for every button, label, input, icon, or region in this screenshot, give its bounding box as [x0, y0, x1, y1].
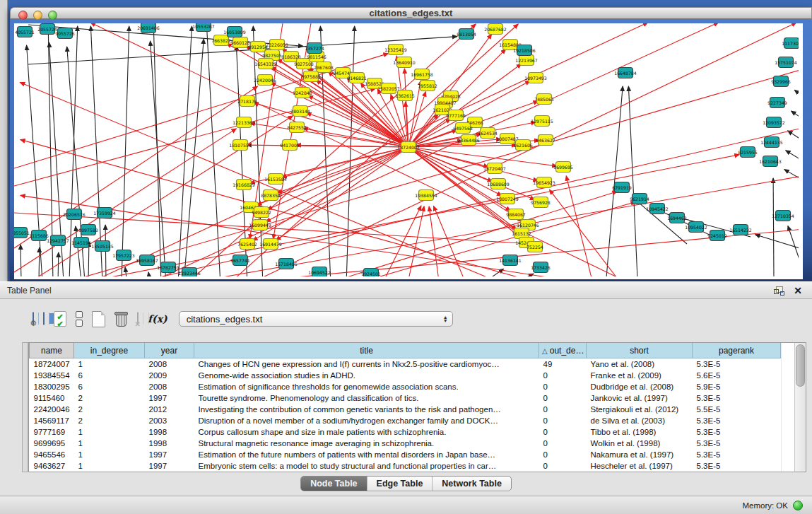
table-cell: 9777169: [30, 426, 74, 438]
table-scrollbar[interactable]: [794, 343, 806, 472]
table-cell: 5.5E-5: [693, 404, 781, 415]
table-row[interactable]: 946362711997Embryonic stem cells: a mode…: [30, 460, 781, 472]
function-builder-icon[interactable]: f(x): [148, 313, 167, 325]
table-row[interactable]: 969969511998Structural magnetic resonanc…: [30, 438, 781, 449]
close-icon[interactable]: ✕: [794, 286, 802, 295]
table-cell: 5.3E-5: [693, 460, 781, 472]
column-header-name[interactable]: name: [30, 343, 74, 358]
graph-node-label: 1362615: [395, 93, 415, 98]
table-cell: 0: [539, 415, 587, 426]
graph-node-label: 19654923: [533, 180, 555, 185]
table-cell: 1998: [145, 438, 194, 449]
graph-edge-black: [20, 245, 21, 276]
tab-network-table[interactable]: Network Table: [433, 477, 511, 491]
table-options-icon[interactable]: ⚙: [33, 313, 34, 325]
graph-node-label: 9756928: [531, 200, 551, 205]
float-panel-icon[interactable]: [774, 286, 783, 295]
column-header-title[interactable]: title: [194, 343, 539, 358]
graph-node-label: 9417005: [280, 143, 300, 148]
table-row[interactable]: 911546021997Tourette syndrome. Phenomeno…: [30, 392, 781, 404]
table-row[interactable]: 1456911722003Disruption of a novel membe…: [30, 415, 781, 426]
graph-edge-red: [57, 64, 799, 277]
graph-node-label: 10688609: [487, 182, 510, 187]
column-header-year[interactable]: year: [145, 343, 194, 358]
graph-node-label: 16120746: [517, 223, 539, 228]
table-cell: Jankovic et al. (1997): [587, 392, 693, 404]
close-window-button[interactable]: [18, 11, 28, 20]
graph-node-label: 10553287: [192, 24, 215, 29]
graph-node-label: 8427552: [287, 125, 307, 130]
table-cell: 5.3E-5: [693, 415, 781, 426]
table-cell: 9465546: [30, 449, 74, 460]
graph-node-label: 17957223: [112, 253, 135, 258]
table-row[interactable]: 2242004622012Investigating the contribut…: [30, 404, 781, 415]
table-cell: 0: [539, 370, 587, 381]
graph-node-label: 9827505: [262, 53, 282, 58]
table-cell: 0: [539, 449, 587, 460]
column-header-out-de-[interactable]: △out_de…: [539, 343, 587, 358]
graph-edge-black: [27, 45, 42, 276]
graph-node-label: 10694522: [308, 270, 331, 275]
graph-edge-black: [39, 247, 40, 276]
delete-column-icon[interactable]: [114, 311, 128, 327]
table-row[interactable]: 1872400712008Changes of HCN gene express…: [30, 358, 781, 370]
minimize-window-button[interactable]: [33, 11, 42, 20]
graph-node-label: 12213363: [233, 120, 255, 125]
citation-network-graph[interactable]: 1872400776638229660128891295423226058982…: [14, 23, 799, 276]
table-cell: 2012: [145, 404, 194, 415]
zoom-window-button[interactable]: [48, 11, 57, 20]
toggle-rows-icon[interactable]: [76, 311, 83, 327]
table-row[interactable]: 1830029562008Estimation of significance …: [30, 381, 781, 392]
new-column-icon[interactable]: [92, 311, 105, 327]
table-cell: 6: [74, 370, 145, 381]
column-header-pagerank[interactable]: pagerank: [693, 343, 781, 358]
graph-node-label: 7663822: [211, 38, 231, 43]
graph-edge-black: [792, 111, 799, 135]
table-row[interactable]: 946554611997Estimation of the future num…: [30, 449, 781, 460]
graph-node-label: 9777169: [446, 113, 466, 118]
graph-node-label: 16958167: [136, 258, 158, 263]
network-table-select[interactable]: citations_edges.txt ▲▼: [179, 311, 453, 327]
table-cell: Nakamura et al. (1997): [587, 449, 693, 460]
graph-node-label: 1615132: [512, 231, 531, 236]
graph-node-label: 10973493: [524, 76, 547, 81]
network-canvas[interactable]: 1872400776638229660128891295423226058982…: [14, 23, 803, 279]
table-cell: Wolkin et al. (1998): [587, 438, 693, 449]
graph-edge-red: [267, 147, 408, 209]
tab-node-table[interactable]: Node Table: [301, 477, 367, 491]
table-cell: 0: [539, 381, 587, 392]
table-cell: 2: [74, 404, 145, 415]
graph-edge-red: [550, 189, 624, 276]
tab-edge-table[interactable]: Edge Table: [367, 477, 433, 491]
column-header-short[interactable]: short: [587, 343, 693, 358]
graph-edge-red: [14, 88, 375, 186]
window-titlebar[interactable]: citations_edges.txt: [10, 7, 812, 19]
graph-node-label: 7357274: [305, 46, 324, 51]
show-columns-icon[interactable]: [43, 313, 45, 325]
graph-node-label: 1115686: [29, 233, 49, 238]
graph-edge-red: [276, 147, 408, 240]
table-cell: Changes of HCN gene expression and I(f) …: [194, 358, 539, 370]
graph-edge-red: [277, 147, 409, 193]
table-cell: Stergiakouli et al. (2012): [587, 404, 693, 415]
graph-edge-black: [125, 267, 127, 276]
scrollbar-thumb[interactable]: [796, 344, 805, 387]
graph-edge-black: [784, 170, 799, 194]
graph-node-label: 1621606: [513, 143, 533, 148]
select-columns-icon[interactable]: ✔✔: [54, 311, 66, 327]
graph-node-label: 4055721: [15, 30, 35, 35]
graph-node-label: 13640910: [393, 60, 416, 65]
table-row[interactable]: 1938455462009Genome-wide association stu…: [30, 370, 781, 381]
graph-node-label: 23226058: [266, 42, 288, 47]
delete-table-icon[interactable]: ✕: [137, 313, 139, 325]
graph-edge-black: [148, 272, 150, 276]
column-header-in-degree[interactable]: in_degree: [74, 343, 145, 358]
graph-node-label: 12213967: [515, 58, 538, 63]
table-cell: Investigating the contribution of common…: [194, 404, 539, 415]
table-panel-title: Table Panel: [0, 286, 52, 296]
memory-status-icon[interactable]: [793, 501, 803, 510]
graph-node-label: 16210643: [759, 159, 782, 164]
table-cell: 5.3E-5: [693, 392, 781, 404]
table-row[interactable]: 977716911998Corpus callosum shape and si…: [30, 426, 781, 438]
node-table: namein_degreeyeartitle△out_de…shortpager…: [28, 342, 806, 472]
